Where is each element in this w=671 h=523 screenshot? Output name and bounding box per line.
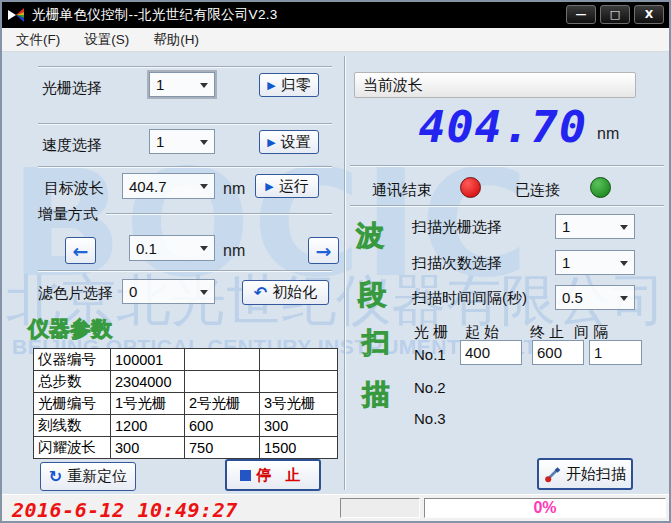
separator	[38, 66, 332, 68]
param-cell: 仪器编号	[34, 349, 111, 371]
separator	[38, 270, 332, 272]
scan-grating-label: 扫描光栅选择	[412, 218, 502, 237]
scan-times-value: 1	[562, 254, 570, 271]
grating-select-label: 光栅选择	[42, 79, 102, 98]
table-row: 闪耀波长 300 750 1500	[34, 437, 338, 459]
set-button[interactable]: ▶ 设置	[259, 130, 319, 154]
scan-interval-combo[interactable]: 0.5	[555, 285, 635, 310]
filter-select-value: 0	[129, 283, 137, 300]
increment-combo[interactable]: 0.1	[129, 235, 215, 261]
minimize-button[interactable]: —	[566, 5, 596, 24]
table-row: 光栅编号 1号光栅 2号光栅 3号光栅	[34, 393, 338, 415]
chevron-down-icon[interactable]	[200, 246, 208, 251]
connection-status-led-green	[590, 177, 611, 198]
param-cell: 300	[260, 415, 338, 437]
filter-select-label: 滤色片选择	[38, 284, 113, 303]
speed-select-combo[interactable]: 1	[149, 129, 215, 154]
scan-vertical-char-1: 波	[356, 217, 384, 255]
pen-icon	[544, 466, 561, 483]
arrow-left-icon: ←	[73, 240, 89, 262]
menu-file[interactable]: 文件(F)	[6, 28, 70, 52]
stop-button[interactable]: 停 止	[225, 459, 321, 491]
param-cell: 100001	[111, 349, 185, 371]
close-button[interactable]: X	[634, 5, 664, 24]
increment-value: 0.1	[136, 240, 157, 257]
play-icon: ▶	[267, 136, 275, 149]
grating-select-value: 1	[156, 76, 164, 93]
separator	[350, 165, 664, 167]
target-wavelength-combo[interactable]: 404.7	[122, 173, 215, 199]
chevron-down-icon[interactable]	[200, 290, 208, 295]
grating-select-combo[interactable]: 1	[149, 72, 215, 97]
window-title: 光栅单色仪控制--北光世纪有限公司V2.3	[32, 6, 278, 24]
current-wavelength-label: 当前波长	[363, 76, 423, 95]
arrow-right-icon: →	[316, 240, 332, 262]
initialize-button[interactable]: ↶ 初始化	[242, 280, 329, 305]
scan-grating-combo[interactable]: 1	[555, 214, 635, 239]
datetime-display: 2016-6-12 10:49:27	[12, 498, 238, 522]
stop-square-icon	[240, 470, 251, 481]
target-wavelength-unit: nm	[223, 180, 245, 198]
table-row: 仪器编号 100001	[34, 349, 338, 371]
current-wavelength-unit: nm	[597, 125, 619, 143]
param-cell	[185, 349, 260, 371]
param-cell: 1号光栅	[111, 393, 185, 415]
scan-vertical-char-4: 描	[362, 376, 390, 414]
instrument-params-table: 仪器编号 100001 总步数 2304000 光栅编号 1号光栅 2号光栅 3…	[33, 348, 338, 459]
target-wavelength-value: 404.7	[129, 178, 167, 195]
param-cell: 3号光栅	[260, 393, 338, 415]
scan-row1-end-input[interactable]	[532, 340, 584, 365]
title-bar: 光栅单色仪控制--北光世纪有限公司V2.3 — □ X	[2, 2, 669, 28]
table-row: 刻线数 1200 600 300	[34, 415, 338, 437]
increment-button[interactable]: →	[308, 237, 339, 264]
statusbar-panel	[340, 498, 420, 518]
param-cell	[185, 371, 260, 393]
scan-interval-label: 扫描时间间隔(秒)	[412, 289, 527, 308]
scan-vertical-char-3: 扫	[362, 324, 390, 362]
param-cell	[260, 371, 338, 393]
comm-status-label: 通讯结束	[372, 181, 432, 200]
menu-settings[interactable]: 设置(S)	[74, 28, 139, 52]
scan-times-combo[interactable]: 1	[555, 250, 635, 275]
scan-grating-value: 1	[562, 218, 570, 235]
scan-row1-interval-input[interactable]	[589, 340, 642, 365]
panel-divider	[344, 56, 346, 490]
chevron-down-icon[interactable]	[200, 140, 208, 145]
increment-group-label: 增量方式	[38, 205, 98, 224]
app-window: 光栅单色仪控制--北光世纪有限公司V2.3 — □ X 文件(F) 设置(S) …	[0, 0, 671, 523]
decrement-button[interactable]: ←	[65, 237, 96, 264]
scan-row3-label: No.3	[414, 410, 446, 427]
instrument-params-title: 仪器参数	[28, 315, 112, 343]
connection-status-label: 已连接	[515, 181, 560, 200]
param-cell: 750	[185, 437, 260, 459]
chevron-down-icon[interactable]	[620, 261, 628, 266]
start-scan-button[interactable]: 开始扫描	[537, 458, 633, 490]
app-icon	[8, 7, 25, 23]
scan-interval-value: 0.5	[562, 289, 583, 306]
table-row: 总步数 2304000	[34, 371, 338, 393]
run-button-label: 运行	[279, 177, 309, 196]
menu-bar: 文件(F) 设置(S) 帮助(H)	[2, 28, 669, 52]
reposition-button-label: 重新定位	[67, 467, 127, 486]
status-bar: 2016-6-12 10:49:27 0%	[2, 494, 669, 521]
chevron-down-icon[interactable]	[620, 296, 628, 301]
zero-button[interactable]: ▶ 归零	[259, 73, 319, 97]
initialize-button-label: 初始化	[272, 283, 317, 302]
reposition-button[interactable]: ↻ 重新定位	[40, 462, 136, 491]
chevron-down-icon[interactable]	[620, 225, 628, 230]
param-cell: 300	[111, 437, 185, 459]
current-wavelength-display: 404.70	[402, 100, 587, 153]
filter-select-combo[interactable]: 0	[122, 279, 215, 304]
start-scan-button-label: 开始扫描	[566, 465, 626, 484]
run-button[interactable]: ▶ 运行	[255, 174, 319, 198]
speed-select-label: 速度选择	[42, 136, 102, 155]
scan-row1-start-input[interactable]	[460, 340, 522, 365]
chevron-down-icon[interactable]	[200, 184, 208, 189]
chevron-down-icon[interactable]	[200, 83, 208, 88]
param-cell: 刻线数	[34, 415, 111, 437]
param-cell	[260, 349, 338, 371]
scan-row2-label: No.2	[414, 379, 446, 396]
menu-help[interactable]: 帮助(H)	[143, 28, 209, 52]
comm-status-led-red	[460, 177, 481, 198]
maximize-button[interactable]: □	[600, 5, 630, 24]
